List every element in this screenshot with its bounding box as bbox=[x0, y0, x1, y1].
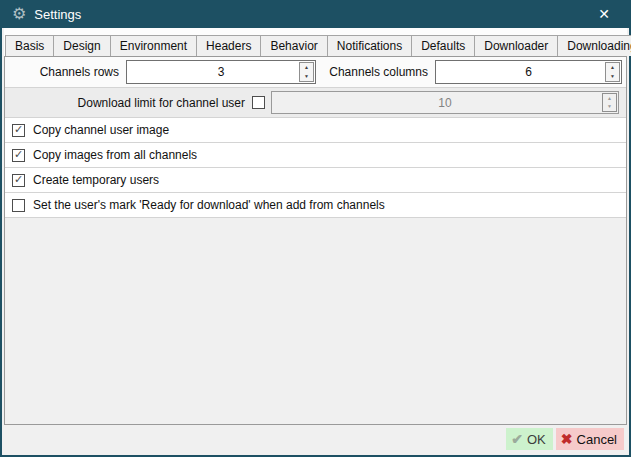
tab-basis[interactable]: Basis bbox=[5, 35, 54, 56]
channels-rows-input[interactable] bbox=[127, 61, 315, 83]
download-limit-label: Download limit for channel user bbox=[5, 96, 252, 110]
option-checkbox[interactable]: ✓ bbox=[12, 149, 25, 162]
option-label: Copy channel user image bbox=[33, 123, 169, 137]
download-limit-row: Download limit for channel user ▲ ▼ bbox=[5, 88, 626, 118]
download-limit-input bbox=[272, 92, 618, 113]
spin-down-icon[interactable]: ▼ bbox=[300, 72, 313, 81]
spin-down-icon: ▼ bbox=[603, 103, 616, 112]
settings-window: ⚙ Settings ✕ BasisDesignEnvironmentHeade… bbox=[0, 0, 631, 457]
spin-up-icon[interactable]: ▲ bbox=[300, 63, 313, 72]
spin-buttons[interactable]: ▲ ▼ bbox=[605, 62, 620, 82]
tab-defaults[interactable]: Defaults bbox=[411, 35, 475, 56]
option-row: Set the user's mark 'Ready for download'… bbox=[5, 193, 626, 218]
option-row: ✓Copy channel user image bbox=[5, 118, 626, 143]
spin-up-icon[interactable]: ▲ bbox=[606, 63, 619, 72]
option-label: Copy images from all channels bbox=[33, 148, 197, 162]
tab-bar: BasisDesignEnvironmentHeadersBehaviorNot… bbox=[4, 28, 627, 56]
option-checkbox[interactable]: ✓ bbox=[12, 174, 25, 187]
tab-downloader[interactable]: Downloader bbox=[474, 35, 558, 56]
checkmark-icon: ✓ bbox=[14, 149, 23, 160]
option-checkbox[interactable] bbox=[12, 199, 25, 212]
button-bar: ✔ OK ✖ Cancel bbox=[4, 425, 627, 453]
tab-design[interactable]: Design bbox=[53, 35, 110, 56]
ok-button-label: OK bbox=[527, 432, 546, 447]
window-title: Settings bbox=[34, 7, 81, 22]
channels-columns-label: Channels columns bbox=[316, 65, 435, 79]
cancel-button-label: Cancel bbox=[577, 432, 617, 447]
checkbox-list: ✓Copy channel user image✓Copy images fro… bbox=[5, 118, 626, 218]
tab-notifications[interactable]: Notifications bbox=[327, 35, 412, 56]
download-limit-checkbox[interactable] bbox=[252, 96, 265, 109]
check-icon: ✔ bbox=[511, 432, 523, 446]
download-limit-stepper: ▲ ▼ bbox=[271, 91, 619, 114]
gear-icon: ⚙ bbox=[12, 6, 26, 22]
cancel-button[interactable]: ✖ Cancel bbox=[556, 428, 624, 450]
option-checkbox[interactable]: ✓ bbox=[12, 124, 25, 137]
channels-grid-row: Channels rows ▲ ▼ Channels columns ▲ ▼ bbox=[5, 57, 626, 88]
close-icon[interactable]: ✕ bbox=[589, 6, 619, 22]
option-row: ✓Create temporary users bbox=[5, 168, 626, 193]
tab-behavior[interactable]: Behavior bbox=[260, 35, 327, 56]
option-row: ✓Copy images from all channels bbox=[5, 143, 626, 168]
spin-down-icon[interactable]: ▼ bbox=[606, 72, 619, 81]
title-bar: ⚙ Settings ✕ bbox=[2, 0, 629, 28]
ok-button[interactable]: ✔ OK bbox=[506, 428, 553, 450]
tab-downloading[interactable]: Downloading bbox=[557, 35, 631, 56]
tab-headers[interactable]: Headers bbox=[196, 35, 261, 56]
channels-columns-stepper[interactable]: ▲ ▼ bbox=[435, 60, 622, 84]
checkmark-icon: ✓ bbox=[14, 174, 23, 185]
spin-up-icon: ▲ bbox=[603, 94, 616, 103]
settings-panel: Channels rows ▲ ▼ Channels columns ▲ ▼ D… bbox=[4, 56, 627, 425]
spin-buttons: ▲ ▼ bbox=[602, 93, 617, 112]
checkmark-icon: ✓ bbox=[14, 124, 23, 135]
option-label: Set the user's mark 'Ready for download'… bbox=[33, 198, 385, 212]
option-label: Create temporary users bbox=[33, 173, 159, 187]
x-icon: ✖ bbox=[561, 432, 573, 446]
channels-columns-input[interactable] bbox=[436, 61, 621, 83]
tab-environment[interactable]: Environment bbox=[110, 35, 197, 56]
spin-buttons[interactable]: ▲ ▼ bbox=[299, 62, 314, 82]
channels-rows-stepper[interactable]: ▲ ▼ bbox=[126, 60, 316, 84]
channels-rows-label: Channels rows bbox=[9, 65, 126, 79]
